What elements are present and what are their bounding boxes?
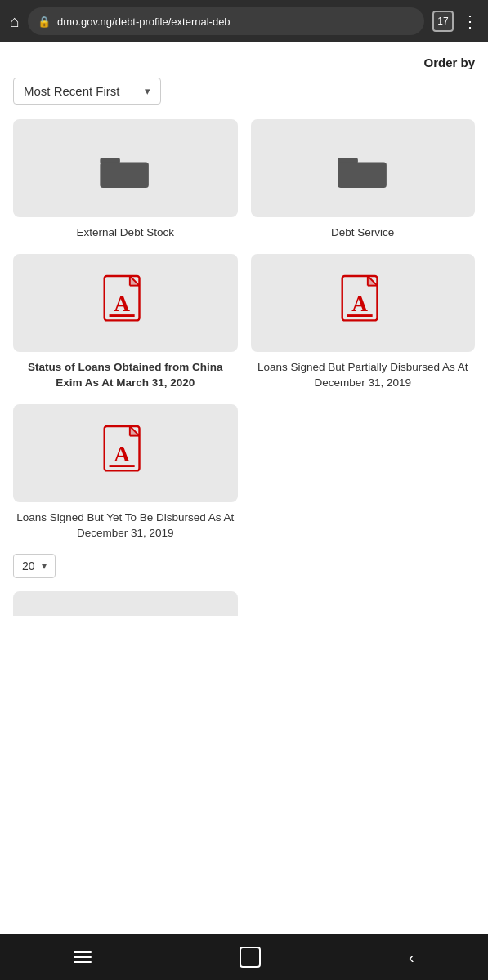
nav-back-icon[interactable]: ‹ xyxy=(409,948,414,967)
tab-badge[interactable]: 17 xyxy=(432,11,454,32)
url-text: dmo.gov.ng/debt-profile/external-deb xyxy=(57,16,414,28)
item-status-loans-china-exim[interactable]: A Status of Loans Obtained from China Ex… xyxy=(13,254,238,391)
sort-selected-value: Most Recent First xyxy=(24,84,120,98)
pdf-items-grid-2: A Loans Signed But Yet To Be Disbursed A… xyxy=(13,404,475,541)
bottom-nav-bar: ‹ xyxy=(0,934,488,980)
more-icon[interactable]: ⋮ xyxy=(462,11,478,31)
item-label-debt-service: Debt Service xyxy=(331,225,394,241)
item-loans-signed-yet-disbursed[interactable]: A Loans Signed But Yet To Be Disbursed A… xyxy=(13,404,238,541)
pdf-items-grid-1: A Status of Loans Obtained from China Ex… xyxy=(13,254,475,391)
page-size-value: 20 xyxy=(22,559,35,572)
item-external-debt-stock[interactable]: External Debt Stock xyxy=(13,119,238,241)
empty-grid-cell xyxy=(251,404,476,541)
svg-rect-3 xyxy=(338,163,387,189)
sort-dropdown[interactable]: Most Recent First ▾ xyxy=(13,78,161,105)
pdf-icon-box-3: A xyxy=(13,404,238,502)
partial-card-1 xyxy=(13,591,238,616)
pagination-row: 20 ▾ xyxy=(13,554,475,578)
svg-text:A: A xyxy=(114,441,131,466)
partial-cards-row xyxy=(13,591,475,616)
pdf-icon-box-2: A xyxy=(251,254,476,352)
folder-icon-box xyxy=(13,119,238,217)
order-by-row: Order by xyxy=(13,56,475,69)
sort-dropdown-container: Most Recent First ▾ xyxy=(13,78,475,105)
browser-bar: ⌂ 🔒 dmo.gov.ng/debt-profile/external-deb… xyxy=(0,0,488,42)
page-size-dropdown[interactable]: 20 ▾ xyxy=(13,554,56,578)
main-content: Order by Most Recent First ▾ External De… xyxy=(0,42,488,934)
item-loans-signed-partially-disbursed[interactable]: A Loans Signed But Partially Disbursed A… xyxy=(251,254,476,391)
nav-home-icon[interactable] xyxy=(240,947,261,968)
folder-icon-box-2 xyxy=(251,119,476,217)
svg-rect-1 xyxy=(101,163,150,189)
svg-text:A: A xyxy=(114,292,131,316)
item-label-external-debt-stock: External Debt Stock xyxy=(77,225,174,241)
order-by-label: Order by xyxy=(423,56,475,69)
folder-items-grid: External Debt Stock Debt Service xyxy=(13,119,475,241)
lock-icon: 🔒 xyxy=(38,16,51,28)
svg-text:A: A xyxy=(351,292,368,316)
pdf-icon-box-1: A xyxy=(13,254,238,352)
item-label-status-loans-china-exim: Status of Loans Obtained from China Exim… xyxy=(13,360,238,391)
home-icon[interactable]: ⌂ xyxy=(10,12,20,31)
nav-menu-icon[interactable] xyxy=(74,951,92,963)
address-bar[interactable]: 🔒 dmo.gov.ng/debt-profile/external-deb xyxy=(28,7,424,35)
item-label-loans-signed-partially-disbursed: Loans Signed But Partially Disbursed As … xyxy=(251,360,476,391)
page-size-chevron-icon: ▾ xyxy=(42,560,47,572)
item-label-loans-signed-yet-disbursed: Loans Signed But Yet To Be Disbursed As … xyxy=(13,510,238,541)
sort-chevron-icon: ▾ xyxy=(145,85,150,97)
item-debt-service[interactable]: Debt Service xyxy=(251,119,476,241)
